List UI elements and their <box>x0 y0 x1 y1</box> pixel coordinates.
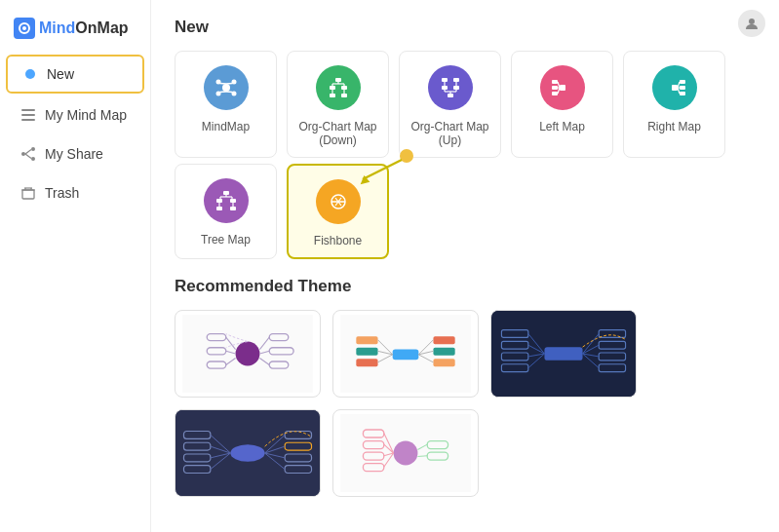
svg-line-22 <box>219 92 226 93</box>
user-avatar[interactable] <box>738 10 765 37</box>
org-chart-up-icon <box>428 65 473 110</box>
map-card-org-chart-down[interactable]: Org-Chart Map (Down) <box>287 51 389 158</box>
sidebar-item-my-mind-map[interactable]: My Mind Map <box>6 97 144 133</box>
svg-rect-64 <box>230 207 236 210</box>
svg-rect-102 <box>433 336 454 344</box>
sidebar-item-my-share[interactable]: My Share <box>6 136 144 171</box>
svg-rect-35 <box>448 94 453 97</box>
map-card-tree-map[interactable]: Tree Map <box>175 164 277 259</box>
svg-point-127 <box>230 444 264 462</box>
sidebar-item-new[interactable]: New <box>6 55 144 94</box>
svg-point-7 <box>21 152 25 156</box>
theme-card-2[interactable] <box>332 310 479 398</box>
svg-rect-63 <box>216 207 222 210</box>
svg-marker-79 <box>359 174 370 184</box>
svg-rect-61 <box>216 199 222 203</box>
sidebar-item-trash[interactable]: Trash <box>6 175 144 210</box>
svg-rect-28 <box>341 94 347 97</box>
map-card-mindmap[interactable]: MindMap <box>175 51 277 158</box>
theme-card-4[interactable] <box>175 409 321 497</box>
svg-rect-53 <box>672 85 678 91</box>
svg-rect-95 <box>393 350 419 361</box>
svg-line-8 <box>25 150 31 155</box>
svg-rect-96 <box>356 336 377 344</box>
svg-line-52 <box>558 88 560 94</box>
sidebar-item-new-label: New <box>47 66 74 82</box>
right-map-label: Right Map <box>647 120 701 133</box>
tree-map-label: Tree Map <box>201 233 251 247</box>
svg-rect-36 <box>442 86 448 90</box>
svg-point-15 <box>222 84 230 92</box>
svg-line-50 <box>558 82 560 88</box>
svg-point-145 <box>394 441 418 466</box>
sidebar-item-my-mind-map-label: My Mind Map <box>45 107 127 123</box>
main-content: New MindMap Org-Chart Map (Down) <box>151 0 779 532</box>
svg-point-158 <box>749 19 755 24</box>
logo-icon <box>14 18 35 39</box>
svg-rect-47 <box>552 80 558 84</box>
org-chart-up-label: Org-Chart Map (Up) <box>408 120 492 147</box>
svg-rect-103 <box>433 348 454 356</box>
svg-rect-46 <box>560 85 565 91</box>
map-card-left-map[interactable]: Left Map <box>511 51 613 158</box>
svg-line-23 <box>226 92 233 93</box>
fishbone-label: Fishbone <box>314 234 362 247</box>
svg-point-1 <box>22 26 26 30</box>
recommended-section-title: Recommended Theme <box>175 277 756 296</box>
svg-point-5 <box>31 147 35 151</box>
svg-rect-48 <box>552 86 558 90</box>
theme-card-3[interactable] <box>490 310 637 398</box>
mindmap-icon <box>204 65 249 110</box>
svg-rect-104 <box>433 359 454 366</box>
map-card-org-chart-up[interactable]: Org-Chart Map (Up) <box>399 51 501 158</box>
org-chart-down-icon <box>316 65 361 110</box>
map-grid-row-2: Tree Map Fishbone <box>175 164 756 259</box>
share-icon <box>19 145 37 163</box>
svg-rect-97 <box>356 348 377 356</box>
svg-rect-109 <box>544 347 582 361</box>
svg-rect-49 <box>552 92 558 95</box>
map-card-right-map[interactable]: Right Map <box>623 51 725 158</box>
svg-rect-10 <box>22 190 34 199</box>
svg-rect-24 <box>335 78 341 82</box>
sidebar-item-my-share-label: My Share <box>45 146 103 162</box>
svg-rect-62 <box>230 199 236 203</box>
svg-rect-54 <box>680 80 685 84</box>
left-map-label: Left Map <box>539 120 585 133</box>
new-section-title: New <box>175 18 756 37</box>
svg-rect-38 <box>442 78 448 82</box>
svg-line-78 <box>363 160 402 179</box>
svg-line-9 <box>25 154 31 159</box>
svg-line-57 <box>678 82 680 88</box>
svg-rect-37 <box>453 86 459 90</box>
svg-rect-25 <box>330 86 335 90</box>
map-card-fishbone[interactable]: Fishbone <box>287 164 389 259</box>
svg-rect-56 <box>680 92 685 95</box>
svg-rect-4 <box>21 119 35 121</box>
fishbone-icon <box>316 179 361 224</box>
svg-rect-55 <box>680 86 685 90</box>
sidebar-item-trash-label: Trash <box>45 185 79 201</box>
svg-rect-60 <box>223 191 229 195</box>
org-chart-down-label: Org-Chart Map (Down) <box>295 120 380 147</box>
logo: MindOnMap <box>0 10 150 53</box>
svg-line-59 <box>678 88 680 94</box>
map-grid-row-1: MindMap Org-Chart Map (Down) Org-Chart M… <box>175 51 756 158</box>
mindmap-label: MindMap <box>202 120 250 133</box>
logo-text: MindOnMap <box>39 19 129 37</box>
svg-rect-26 <box>341 86 347 90</box>
trash-icon <box>19 184 37 202</box>
svg-line-20 <box>219 84 226 85</box>
svg-rect-2 <box>21 109 35 111</box>
theme-card-1[interactable] <box>175 310 321 398</box>
new-icon <box>21 65 39 83</box>
right-map-icon <box>652 65 697 110</box>
theme-card-5[interactable] <box>332 409 479 497</box>
sidebar: MindOnMap New My Mind Map My Share Trash <box>0 0 151 532</box>
svg-rect-3 <box>21 114 35 116</box>
svg-rect-27 <box>330 94 335 97</box>
svg-point-6 <box>31 157 35 161</box>
list-icon <box>19 106 37 124</box>
tree-map-icon <box>204 178 249 223</box>
theme-grid <box>175 310 756 497</box>
